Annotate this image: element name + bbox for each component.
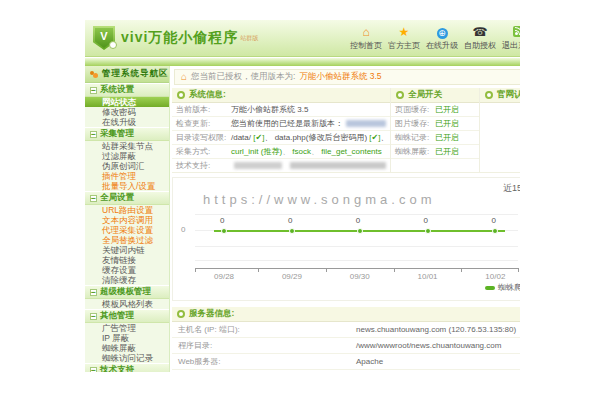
point-marker-icon [492, 228, 498, 234]
redacted-value [290, 162, 386, 169]
sidebar-item-batch-import[interactable]: 批量导入/设置 [85, 181, 169, 191]
x-tick-label: 10/02 [465, 272, 520, 281]
sidebar-item-ad-manage[interactable]: 广告管理 [85, 323, 169, 333]
x-tick-label: 09/29 [262, 272, 322, 281]
sidebar-item-clear-cache[interactable]: 清除缓存 [85, 275, 169, 285]
main-content: ⌂ 您当前已授权，使用版本为: 万能小偷站群系统 3.5 系统信息: 当前版本:… [170, 66, 520, 372]
point-marker-icon [425, 228, 431, 234]
bullet-icon [177, 91, 185, 99]
chart-title: 近15天蜘蛛爬行统计 [503, 182, 520, 195]
license-version: 万能小偷站群系统 3.5 [299, 71, 381, 83]
site-auth-panel: 官网认证 [480, 88, 520, 172]
sidebar: 管理系统导航区 − 系统设置 网站状态 修改密码 在线升级 − 采集管理 站群采… [85, 66, 170, 372]
sidebar-item-global-replace[interactable]: 全局替换过滤 [85, 235, 169, 245]
check-icon: [✔] [369, 133, 380, 142]
toggle-spider-log[interactable]: 已开启 [435, 132, 459, 143]
y-axis-zero-label: 0 [181, 225, 185, 234]
redacted-value [346, 120, 386, 127]
nav-online-upgrade[interactable]: ⊕ 在线升级 [427, 26, 457, 51]
link-fsock[interactable]: fsock [292, 147, 311, 156]
x-tick-label: 09/28 [194, 272, 254, 281]
system-info-panel: 系统信息: 当前版本: 万能小偷站群系统 3.5 检查更新: 您当前使用的已经是… [172, 88, 391, 172]
bullet-icon [177, 310, 185, 318]
sidebar-header: 管理系统导航区 [85, 66, 169, 83]
system-info-header: 系统信息: [172, 88, 390, 103]
sidebar-item-spider-block[interactable]: 蜘蛛屏蔽 [85, 343, 169, 353]
sidebar-section-collect[interactable]: − 采集管理 [85, 127, 169, 141]
rss-icon [513, 26, 521, 37]
point-marker-icon [357, 228, 363, 234]
sidebar-item-cache-settings[interactable]: 缓存设置 [85, 265, 169, 275]
nav-self-authorize[interactable]: ☎ 自助授权 [465, 26, 495, 51]
nav-logout[interactable]: 退出系统 [503, 26, 520, 51]
home-icon: ⌂ [181, 72, 187, 82]
row-program-dir: 程序目录: /www/wwwroot/news.chuantouwang.com [172, 338, 520, 354]
collapse-icon[interactable]: − [90, 87, 97, 94]
check-icon: [✔] [253, 133, 264, 142]
row-image-cache: 图片缓存: 已开启 [391, 117, 479, 131]
watermark-text: https://www.songma.com [203, 192, 436, 207]
star-icon: ★ [399, 26, 410, 39]
global-switch-panel: 全局开关 页面缓存: 已开启 图片缓存: 已开启 蜘蛛记录: 已开启 [391, 88, 480, 172]
sidebar-section-system[interactable]: − 系统设置 [85, 83, 169, 97]
sidebar-item-friend-links[interactable]: 友情链接 [85, 255, 169, 265]
sidebar-item-plugin-manage[interactable]: 插件管理 [85, 171, 169, 181]
users-icon [90, 70, 99, 79]
sidebar-item-change-password[interactable]: 修改密码 [85, 107, 169, 117]
collapse-icon[interactable]: − [90, 313, 97, 320]
sidebar-item-text-content[interactable]: 文本内容调用 [85, 215, 169, 225]
sidebar-item-keyword-links[interactable]: 关键词内链 [85, 245, 169, 255]
point-marker-icon [221, 228, 227, 234]
collapse-icon[interactable]: − [90, 131, 97, 138]
global-switch-header: 全局开关 [391, 88, 479, 103]
globe-icon: ⊕ [437, 28, 448, 39]
row-tech-support: 技术支持: [172, 159, 390, 172]
row-collect-method: 采集方式: curl_init (推荐)、 fsock、 file_get_co… [172, 145, 390, 159]
link-curl-init[interactable]: curl_init (推荐) [231, 147, 282, 156]
chart-legend[interactable]: 蜘蛛爬行次数 [485, 282, 520, 293]
row-dir-permissions: 目录读写权限: /data/ [✔]、 data.php(修改后台密码用) [✔… [172, 131, 390, 145]
collapse-icon[interactable]: − [90, 367, 97, 373]
row-current-version: 当前版本: 万能小偷站群系统 3.5 [172, 103, 390, 117]
sidebar-section-global[interactable]: − 全局设置 [85, 191, 169, 205]
collapse-icon[interactable]: − [90, 195, 97, 202]
license-notice-bar: ⌂ 您当前已授权，使用版本为: 万能小偷站群系统 3.5 [174, 69, 520, 85]
toggle-spider-block[interactable]: 已开启 [435, 146, 459, 157]
row-check-update: 检查更新: 您当前使用的已经是最新版本： [172, 117, 390, 131]
row-spider-log: 蜘蛛记录: 已开启 [391, 131, 479, 145]
nav-official-site[interactable]: ★ 官方主页 [389, 26, 419, 51]
point-marker-icon [289, 228, 295, 234]
admin-panel-window: V vivi万能小偷程序 站群版 ⌂ 控制首页 ★ 官方主页 ⊕ 在线升级 ☎ … [85, 20, 520, 372]
license-notice-text: 您当前已授权，使用版本为: [191, 71, 295, 83]
home-icon: ⌂ [362, 26, 369, 39]
toggle-page-cache[interactable]: 已开启 [435, 104, 459, 115]
brand: V vivi万能小偷程序 站群版 [85, 26, 258, 50]
sidebar-item-spider-log[interactable]: 蜘蛛访问记录 [85, 353, 169, 363]
collapse-icon[interactable]: − [90, 289, 97, 296]
sidebar-item-site-status[interactable]: 网站状态 [85, 97, 169, 107]
sidebar-item-online-upgrade[interactable]: 在线升级 [85, 117, 169, 127]
sidebar-item-url-route[interactable]: URL路由设置 [85, 205, 169, 215]
sidebar-section-template[interactable]: − 超级模板管理 [85, 285, 169, 299]
nav-home[interactable]: ⌂ 控制首页 [351, 26, 381, 51]
server-info-header: 服务器信息: [172, 307, 520, 322]
row-server-os: 服务器操作系统: Linux [172, 370, 520, 372]
app-title: vivi万能小偷程序 [121, 29, 238, 47]
sidebar-item-proxy-collect[interactable]: 代理采集设置 [85, 225, 169, 235]
sidebar-item-ip-block[interactable]: IP 屏蔽 [85, 333, 169, 343]
chart-plot-area: 0 0 0 0 0 0 09/28 09/29 09/30 [195, 206, 518, 269]
bullet-icon [485, 91, 493, 99]
sidebar-item-collect-nodes[interactable]: 站群采集节点 [85, 141, 169, 151]
toggle-image-cache[interactable]: 已开启 [435, 118, 459, 129]
sidebar-item-pseudo-original[interactable]: 伪原创词汇 [85, 161, 169, 171]
bullet-icon [396, 91, 404, 99]
sidebar-item-template-styles[interactable]: 模板风格列表 [85, 299, 169, 309]
link-file-get-contents[interactable]: file_get_contents [321, 147, 382, 156]
row-spider-block: 蜘蛛屏蔽: 已开启 [391, 145, 479, 159]
logo-shield-icon: V [93, 26, 115, 50]
top-nav: ⌂ 控制首页 ★ 官方主页 ⊕ 在线升级 ☎ 自助授权 退出系统 [351, 26, 520, 51]
sidebar-section-support[interactable]: − 技术支持 [85, 363, 169, 372]
logo-badge-icon [109, 41, 117, 49]
sidebar-item-filter-block[interactable]: 过滤屏蔽 [85, 151, 169, 161]
sidebar-section-other[interactable]: − 其他管理 [85, 309, 169, 323]
